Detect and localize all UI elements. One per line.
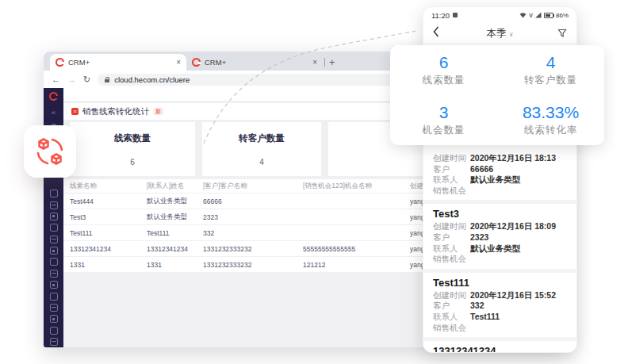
field-label: 联系人 xyxy=(433,174,470,186)
field-value: 2020年12月16日 18:13 xyxy=(470,153,556,163)
phone-list-item[interactable]: 创建时间2020年12月16日 18:13客户66666联系人默认业务类型销售机… xyxy=(423,150,576,200)
field-label: 创建时间 xyxy=(433,153,470,164)
table-column-header: [销售机会123]机会名称 xyxy=(303,182,410,191)
sidebar-menu-icon[interactable] xyxy=(50,281,58,289)
field-value: 2323 xyxy=(470,232,488,242)
signal-icon xyxy=(535,12,542,18)
phone-item-field: 创建时间2020年12月16日 18:13 xyxy=(433,153,567,164)
table-cell: 55555555555555 xyxy=(303,245,410,253)
phone-status-bar: 11:20 V 86% xyxy=(423,7,576,23)
table-cell: 1331 xyxy=(147,261,203,269)
stat-card-label: 转客户数量 xyxy=(239,132,285,144)
phone-stat-value: 4 xyxy=(546,53,556,72)
report-icon: ≡ xyxy=(71,108,78,115)
hecom-logo-icon xyxy=(49,92,58,101)
url-text: cloud.hecom.cn/cluere xyxy=(114,75,190,84)
field-label: 联系人 xyxy=(433,312,470,323)
phone-stat-value: 3 xyxy=(439,103,449,122)
sidebar-menu-icon[interactable] xyxy=(50,213,58,220)
phone-item-field: 客户66666 xyxy=(433,164,567,175)
sidebar-menu-icon[interactable] xyxy=(50,338,58,346)
field-value: 默认业务类型 xyxy=(470,243,520,253)
phone-stat: 83.33%线索转化率 xyxy=(497,95,604,145)
period-selector[interactable]: 本季 ∨ xyxy=(465,27,535,40)
field-label: 销售机会 xyxy=(433,254,470,265)
new-badge: 新 xyxy=(153,108,163,115)
phone-stat-label: 转客户数量 xyxy=(524,74,578,87)
chevron-left-icon[interactable] xyxy=(433,26,439,37)
table-cell: 13312341234 xyxy=(70,245,147,253)
phone-stat: 3机会数量 xyxy=(390,95,497,145)
filter-icon[interactable] xyxy=(557,29,567,38)
browser-tab-1[interactable]: CRM+ × xyxy=(50,54,186,71)
phone-item-field: 销售机会 xyxy=(433,186,567,197)
sidebar-menu-icon[interactable] xyxy=(50,270,58,278)
table-cell: 默认业务类型 xyxy=(147,197,203,206)
sidebar-menu-icon[interactable] xyxy=(50,304,58,312)
table-cell: 332 xyxy=(203,229,303,237)
browser-tab-2[interactable]: CRM+ × xyxy=(186,54,323,71)
table-column-header: 线索名称 xyxy=(70,182,147,191)
phone-item-field: 客户332 xyxy=(433,301,567,312)
field-value: Test111 xyxy=(470,312,500,321)
field-label: 客户 xyxy=(433,301,470,312)
table-cell: Test111 xyxy=(70,229,147,237)
sidebar-menu-icon[interactable] xyxy=(50,315,58,323)
sidebar-menu xyxy=(44,188,63,347)
phone-list-item[interactable]: 13312341234创建时间2020年12月16日 15:35 xyxy=(423,341,576,352)
lock-icon xyxy=(105,79,109,82)
app-logo-badge xyxy=(24,125,76,178)
phone-list-item[interactable]: Test3创建时间2020年12月16日 18:09客户2323联系人默认业务类… xyxy=(423,204,576,268)
battery-icon xyxy=(544,13,553,18)
back-icon[interactable]: ← xyxy=(52,75,60,84)
table-cell: 121212 xyxy=(303,261,410,269)
crm-favicon xyxy=(192,58,201,67)
phone-stat-value: 6 xyxy=(439,53,449,72)
chevron-down-icon: ∨ xyxy=(509,31,514,38)
table-cell: 1331232333232 xyxy=(203,261,303,269)
table-column-header: [联系人]姓名 xyxy=(147,182,203,191)
table-column-header: [客户]客户名称 xyxy=(203,182,303,191)
forward-icon[interactable]: → xyxy=(67,75,76,84)
phone-list-item[interactable]: Test111创建时间2020年12月16日 15:52客户332联系人Test… xyxy=(423,273,576,337)
marketing-composite: CRM+ × CRM+ × + ← → ↻ cloud.hecom.cn/clu… xyxy=(0,0,628,364)
close-tab-icon[interactable]: × xyxy=(312,59,317,67)
wifi-icon xyxy=(519,12,527,18)
phone-item-field: 创建时间2020年12月16日 18:09 xyxy=(433,221,567,232)
field-label: 联系人 xyxy=(433,243,470,255)
phone-item-field: 创建时间2020年12月16日 15:52 xyxy=(433,290,567,301)
sidebar-menu-icon[interactable] xyxy=(50,327,58,335)
sidebar-menu-icon[interactable] xyxy=(50,293,58,301)
sidebar-menu-icon[interactable] xyxy=(50,258,58,266)
field-label: 创建时间 xyxy=(433,221,470,232)
tab-divider xyxy=(324,58,325,67)
phone-item-field: 客户2323 xyxy=(433,232,567,243)
volte-icon: V xyxy=(529,13,533,18)
sidebar-menu-icon[interactable] xyxy=(50,236,58,243)
phone-item-field: 联系人Test111 xyxy=(433,312,567,323)
reload-icon[interactable]: ↻ xyxy=(83,75,90,84)
sidebar-menu-icon[interactable] xyxy=(50,247,58,255)
sidebar-menu-icon[interactable] xyxy=(50,201,58,209)
new-tab-button[interactable]: + xyxy=(329,56,335,68)
stat-card-value: 4 xyxy=(259,158,264,167)
sidebar-menu-icon[interactable] xyxy=(50,190,58,197)
table-cell: Test3 xyxy=(70,213,147,221)
phone-stat-value: 83.33% xyxy=(523,103,579,122)
phone-screenshot: 11:20 V 86% xyxy=(423,6,577,353)
phone-item-title: Test3 xyxy=(433,207,567,220)
table-cell: 2323 xyxy=(203,213,303,221)
phone-item-title: 13312341234 xyxy=(433,344,567,352)
field-label: 销售机会 xyxy=(433,323,470,334)
phone-item-field: 销售机会 xyxy=(433,323,567,334)
sidebar-menu-icon[interactable] xyxy=(50,224,58,232)
phone-stat-label: 机会数量 xyxy=(423,124,465,137)
phone-stats-grid: 6线索数量4转客户数量3机会数量83.33%线索转化率 xyxy=(390,45,604,145)
table-cell: Test444 xyxy=(70,197,147,205)
close-tab-icon[interactable]: × xyxy=(176,59,181,67)
page-title[interactable]: 销售线索转化统计 xyxy=(82,106,149,117)
collapse-sidebar-icon[interactable]: « xyxy=(52,109,56,117)
tab-label: CRM+ xyxy=(68,58,172,67)
stat-card: 线索数量6 xyxy=(70,122,195,176)
stat-card-value: 6 xyxy=(130,158,135,167)
